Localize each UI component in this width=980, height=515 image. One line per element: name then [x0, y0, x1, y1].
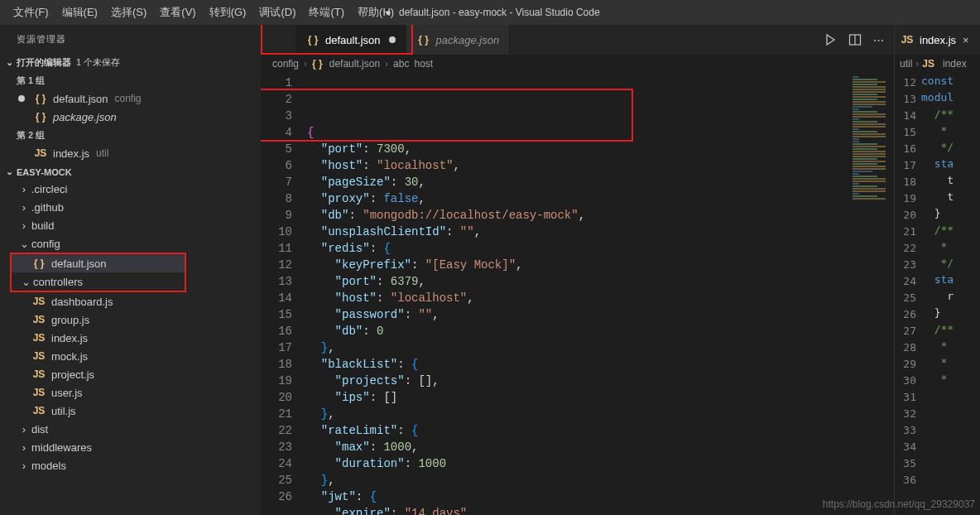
js-icon: JS [31, 368, 46, 380]
chevron-right-icon: › [18, 441, 30, 454]
folder-middlewares[interactable]: ›middlewares [0, 438, 261, 456]
chevron-down-icon: ⌄ [18, 238, 30, 250]
minimap[interactable] [848, 73, 894, 515]
menu-item[interactable]: 选择(S) [104, 2, 153, 23]
open-editors-section[interactable]: ⌄ 打开的编辑器 1 个未保存 [0, 54, 261, 71]
more-icon[interactable]: ⋯ [873, 34, 884, 46]
folder-models[interactable]: ›models [0, 456, 261, 474]
editor-group-1: 第 1 组 [0, 71, 261, 89]
menu-item[interactable]: 文件(F) [7, 2, 55, 23]
json-icon: { } [312, 58, 323, 70]
modified-dot-icon [389, 36, 396, 43]
tab-package-json[interactable]: { } package.json [406, 25, 511, 55]
project-section[interactable]: ⌄ EASY-MOCK [0, 164, 261, 180]
menu-item[interactable]: 调试(D) [252, 2, 302, 23]
menubar: 文件(F)编辑(E)选择(S)查看(V)转到(G)调试(D)终端(T)帮助(H)… [0, 0, 980, 25]
highlight-box: { } default.json ⌄ controllers [10, 253, 186, 292]
json-icon: { } [33, 111, 48, 123]
breadcrumb[interactable]: config› { } default.json› abc host [261, 55, 894, 73]
close-icon[interactable]: × [963, 34, 969, 46]
line-gutter: 1213141516171819202122232425262728293031… [895, 73, 921, 515]
file-user-js[interactable]: JSuser.js [0, 383, 261, 402]
run-icon[interactable] [824, 33, 837, 46]
file-dashboard-js[interactable]: JSdashboard.js [0, 292, 261, 310]
code-editor-side[interactable]: 1213141516171819202122232425262728293031… [895, 73, 980, 515]
folder-config[interactable]: ⌄config [0, 234, 261, 253]
js-icon: JS [31, 350, 46, 362]
explorer-title: 资源管理器 [0, 25, 261, 54]
chevron-down-icon: ⌄ [3, 166, 15, 177]
breadcrumb-side[interactable]: util› JS index [895, 55, 980, 73]
editor-group-2: 第 2 组 [0, 126, 261, 144]
json-icon: { } [31, 258, 46, 269]
folder-build[interactable]: ›build [0, 216, 261, 234]
tab-index-js[interactable]: JS index.js × [900, 34, 969, 46]
chevron-down-icon: ⌄ [3, 57, 15, 68]
json-icon: { } [33, 93, 48, 104]
folder-github[interactable]: ›.github [0, 198, 261, 216]
json-icon: { } [416, 34, 431, 46]
line-gutter: 1234567891011121314151617181920212223242… [261, 73, 307, 515]
menu-item[interactable]: 编辑(E) [55, 2, 104, 23]
file-mock-js[interactable]: JSmock.js [0, 347, 261, 365]
js-icon: JS [31, 314, 46, 325]
chevron-right-icon: › [18, 201, 30, 214]
folder-dist[interactable]: ›dist [0, 420, 261, 438]
js-icon: JS [31, 387, 46, 398]
tab-bar-side: JS index.js × [895, 25, 980, 55]
code-content[interactable]: constmodul /** * */ sta t t } /** * */ s… [921, 73, 980, 515]
js-icon: JS [31, 332, 46, 344]
folder-controllers[interactable]: ⌄ controllers [12, 272, 185, 291]
modified-indicator: ● [385, 7, 391, 18]
menu-item[interactable]: 转到(G) [203, 2, 253, 23]
chevron-right-icon: › [18, 183, 30, 195]
json-icon: { } [305, 34, 320, 46]
chevron-right-icon: › [18, 423, 30, 436]
file-project-js[interactable]: JSproject.js [0, 365, 261, 383]
folder-circleci[interactable]: ›.circleci [0, 180, 261, 198]
chevron-right-icon: › [18, 219, 30, 232]
chevron-right-icon: › [18, 460, 30, 472]
code-editor[interactable]: 1234567891011121314151617181920212223242… [261, 73, 894, 515]
window-title: ● default.json - easy-mock - Visual Stud… [380, 7, 599, 18]
modified-dot-icon [18, 95, 25, 102]
menu-item[interactable]: 终端(T) [302, 2, 351, 23]
watermark-text: https://blog.csdn.net/qq_29329037 [823, 498, 975, 510]
js-icon: JS [900, 34, 915, 46]
tab-default-json[interactable]: { } default.json [295, 25, 406, 55]
open-editor-item[interactable]: { }default.jsonconfig [0, 89, 261, 108]
chevron-down-icon: ⌄ [20, 276, 31, 288]
explorer-sidebar: 资源管理器 ⌄ 打开的编辑器 1 个未保存 第 1 组 { }default.j… [0, 25, 261, 515]
split-editor-icon[interactable] [848, 33, 862, 46]
open-editor-item[interactable]: { }package.json [0, 108, 261, 126]
js-icon: JS [31, 405, 46, 416]
js-icon: JS [33, 147, 48, 159]
js-icon: JS [31, 296, 46, 307]
editor-group-main: { } default.json { } package.json ⋯ conf… [261, 25, 894, 515]
editor-actions: ⋯ [814, 25, 894, 55]
editor-group-side: JS index.js × util› JS index 12131415161… [894, 25, 980, 515]
js-icon: JS [922, 58, 934, 70]
code-content[interactable]: { "port": 7300, "host": "localhost", "pa… [307, 73, 848, 515]
file-group-js[interactable]: JSgroup.js [0, 310, 261, 329]
menu-item[interactable]: 查看(V) [153, 2, 202, 23]
file-default-json[interactable]: { } default.json [12, 254, 185, 272]
file-index-js[interactable]: JSindex.js [0, 329, 261, 347]
file-util-js[interactable]: JSutil.js [0, 402, 261, 420]
open-editor-item[interactable]: JSindex.jsutil [0, 144, 261, 162]
tab-bar: { } default.json { } package.json ⋯ [261, 25, 894, 55]
